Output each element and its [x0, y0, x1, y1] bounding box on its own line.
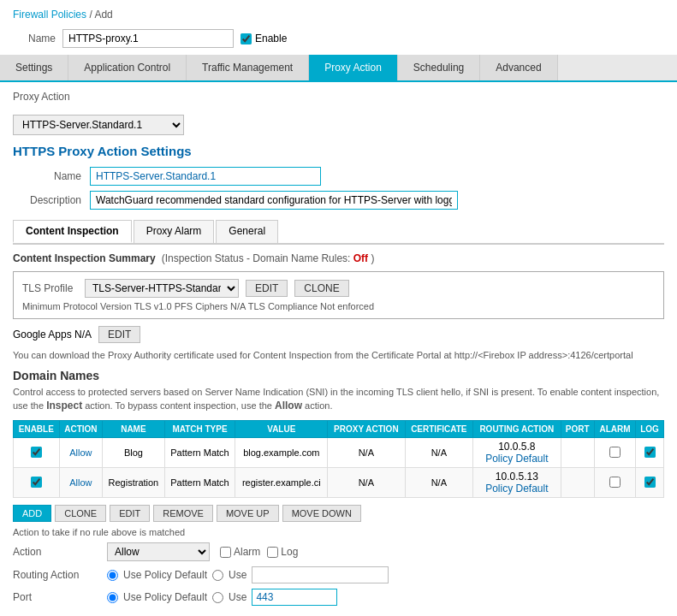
routing-use-input[interactable] [252, 566, 389, 583]
col-certificate: CERTIFICATE [405, 421, 473, 438]
row2-alarm[interactable] [609, 477, 621, 488]
inspection-status: (Inspection Status - Domain Name Rules: … [158, 252, 374, 264]
description-input[interactable] [90, 191, 458, 210]
row1-alarm[interactable] [609, 447, 621, 458]
port-input[interactable] [252, 589, 337, 606]
row1-name: Blog [103, 438, 164, 468]
table-row: Allow Registration Pattern Match registe… [14, 468, 664, 498]
add-btn[interactable]: ADD [13, 505, 51, 522]
enable-checkbox[interactable] [241, 33, 252, 44]
port-radio-group: Use Policy Default Use [107, 589, 337, 606]
section-title: HTTPS Proxy Action Settings [13, 144, 664, 158]
col-value: VALUE [235, 421, 328, 438]
row2-log[interactable] [644, 477, 656, 488]
row1-proxy-action: N/A [328, 438, 405, 468]
tab-proxy-action[interactable]: Proxy Action [309, 55, 398, 80]
domain-names-section: Domain Names Control access to protected… [13, 369, 664, 606]
content-area: Proxy Action HTTPS-Server.Standard.1 HTT… [0, 82, 677, 616]
name-input[interactable] [62, 29, 234, 48]
alarm-checkbox[interactable] [220, 547, 231, 558]
row1-log[interactable] [644, 447, 656, 458]
breadcrumb-parent[interactable]: Firewall Policies [13, 9, 86, 21]
row1-routing-action: 10.0.5.8 Policy Default [473, 438, 561, 468]
tab-traffic-mgmt[interactable]: Traffic Management [187, 55, 309, 80]
routing-radio-group: Use Policy Default Use [107, 566, 389, 583]
name-field-input[interactable] [90, 167, 321, 186]
tab-advanced[interactable]: Advanced [480, 55, 557, 80]
google-apps-label: Google Apps N/A [13, 329, 92, 341]
edit-btn[interactable]: EDIT [110, 505, 150, 522]
enable-check: Enable [241, 33, 287, 44]
routing-action-row: Routing Action Use Policy Default Use [13, 566, 664, 583]
col-action: ACTION [59, 421, 103, 438]
clone-btn[interactable]: CLONE [55, 505, 106, 522]
proxy-action-select-row: HTTPS-Server.Standard.1 [13, 115, 664, 135]
remove-btn[interactable]: REMOVE [153, 505, 213, 522]
google-apps-edit-btn[interactable]: EDIT [98, 326, 140, 343]
port-label: Port [13, 591, 107, 603]
description-row: Description [13, 191, 664, 210]
tab-app-control[interactable]: Application Control [68, 55, 187, 80]
tls-edit-btn[interactable]: EDIT [246, 280, 288, 297]
col-match-type: MATCH TYPE [164, 421, 235, 438]
routing-radio1-label: Use Policy Default [123, 569, 207, 581]
sub-tab-general[interactable]: General [216, 220, 278, 243]
domain-names-desc: Control access to protected servers base… [13, 386, 664, 413]
breadcrumb: Firewall Policies / Add [0, 0, 677, 26]
name-field-label: Name [13, 170, 90, 182]
routing-radio1[interactable] [107, 570, 118, 581]
row1-value: blog.example.com [235, 438, 328, 468]
routing-radio2-label: Use [229, 569, 246, 581]
row2-enable[interactable] [31, 477, 42, 488]
tab-scheduling[interactable]: Scheduling [398, 55, 480, 80]
no-match-label: Action to take if no rule above is match… [13, 527, 664, 537]
tls-clone-btn[interactable]: CLONE [294, 280, 348, 297]
name-row: Name Enable [0, 26, 677, 55]
port-radio2[interactable] [212, 592, 223, 603]
proxy-action-row: Proxy Action [13, 91, 664, 106]
bottom-form: Action Allow Alarm Log [13, 542, 664, 606]
row2-routing-action: 10.0.5.13 Policy Default [473, 468, 561, 498]
row1-action[interactable]: Allow [59, 438, 103, 468]
action-form-row: Action Allow Alarm Log [13, 542, 664, 561]
move-down-btn[interactable]: MOVE DOWN [282, 505, 361, 522]
row2-proxy-action: N/A [328, 468, 405, 498]
google-apps-row: Google Apps N/A EDIT [13, 326, 664, 343]
col-alarm: ALARM [594, 421, 635, 438]
port-radio1[interactable] [107, 592, 118, 603]
tab-settings[interactable]: Settings [0, 55, 68, 80]
row2-certificate: N/A [405, 468, 473, 498]
action-select[interactable]: Allow [107, 542, 210, 561]
routing-radio2[interactable] [212, 570, 223, 581]
cert-notice: You can download the Proxy Authority cer… [13, 350, 664, 360]
move-up-btn[interactable]: MOVE UP [217, 505, 279, 522]
alarm-checkbox-label: Alarm [220, 546, 260, 558]
row1-certificate: N/A [405, 438, 473, 468]
tabs-bar: Settings Application Control Traffic Man… [0, 55, 677, 82]
port-radio2-label: Use [229, 591, 246, 603]
sub-tab-proxy-alarm[interactable]: Proxy Alarm [134, 220, 215, 243]
col-enable: ENABLE [14, 421, 60, 438]
proxy-action-label: Proxy Action [13, 91, 70, 103]
domain-names-title: Domain Names [13, 369, 664, 382]
page: Firewall Policies / Add Name Enable Sett… [0, 0, 677, 616]
row2-name: Registration [103, 468, 164, 498]
col-port: PORT [561, 421, 594, 438]
col-name: NAME [103, 421, 164, 438]
routing-action-label: Routing Action [13, 569, 107, 581]
row1-port [561, 438, 594, 468]
log-checkbox-label: Log [267, 546, 298, 558]
proxy-action-select[interactable]: HTTPS-Server.Standard.1 [13, 115, 184, 135]
port-radio1-label: Use Policy Default [123, 591, 207, 603]
tls-row: TLS Profile TLS-Server-HTTPS-Standard ED… [22, 279, 655, 298]
inspection-status-value: Off [353, 252, 368, 264]
row1-match-type: Pattern Match [164, 438, 235, 468]
row2-action[interactable]: Allow [59, 468, 103, 498]
tls-box: TLS Profile TLS-Server-HTTPS-Standard ED… [13, 271, 664, 319]
row1-enable[interactable] [31, 447, 42, 458]
sub-tab-content-inspection[interactable]: Content Inspection [13, 220, 132, 243]
inspection-title: Content Inspection Summary (Inspection S… [13, 252, 664, 264]
log-checkbox[interactable] [267, 547, 278, 558]
tls-profile-select[interactable]: TLS-Server-HTTPS-Standard [85, 279, 239, 298]
row2-value: register.example.ci [235, 468, 328, 498]
